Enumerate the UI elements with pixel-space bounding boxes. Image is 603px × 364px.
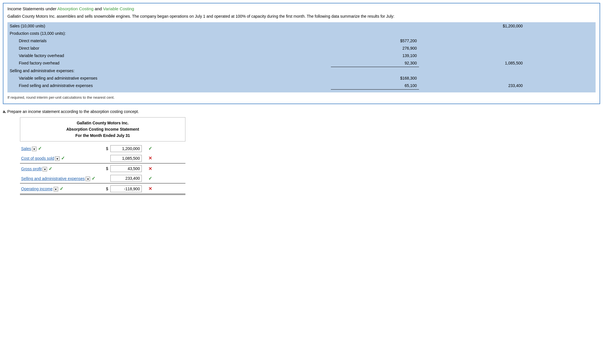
- direct-labor-amount: 276,900: [331, 45, 419, 52]
- table-row: Sales (10,000 units) $1,200,000: [7, 22, 596, 30]
- label-check-icon: ✓: [48, 166, 52, 171]
- section-title: Income Statements under Absorption Costi…: [7, 6, 596, 11]
- dropdown-arrow-icon[interactable]: ▼: [54, 187, 58, 191]
- spacer-row: [7, 89, 596, 92]
- title-and: and: [94, 6, 103, 11]
- dropdown-arrow-icon[interactable]: ▼: [32, 147, 37, 151]
- note-text: If required, round interim per-unit calc…: [7, 95, 596, 100]
- dollar-prefix: $: [103, 184, 109, 194]
- is-row: Gross profit▼✓$✕: [20, 164, 185, 173]
- dropdown-arrow-icon[interactable]: ▼: [43, 167, 47, 171]
- label-check-icon: ✓: [61, 156, 65, 161]
- row-label: Cost of goods sold▼✓: [20, 153, 103, 163]
- variable-selling-label: Variable selling and administrative expe…: [7, 74, 313, 82]
- check-cell: ✓: [146, 144, 156, 153]
- table-row: Fixed factory overhead 92,300 1,085,500: [7, 59, 596, 67]
- variable-factory-overhead-label: Variable factory overhead: [7, 52, 313, 59]
- check-green-icon: ✓: [148, 146, 152, 151]
- fixed-selling-amount1: 65,100: [331, 82, 419, 90]
- direct-materials-label: Direct materials: [7, 37, 313, 45]
- dollar-prefix: [103, 173, 109, 183]
- is-header: Gallatin County Motors Inc. Absorption C…: [20, 117, 185, 141]
- check-cell: ✓: [146, 173, 156, 183]
- check-red-icon: ✕: [148, 186, 152, 191]
- absorption-costing-link: Absorption Costing: [57, 6, 94, 11]
- dropdown-arrow-icon[interactable]: ▼: [55, 156, 60, 161]
- instruction-text: Prepare an income statement according to…: [7, 109, 139, 114]
- fixed-factory-overhead-label: Fixed factory overhead: [7, 59, 313, 67]
- value-cell[interactable]: [109, 153, 146, 163]
- double-line-row: [20, 194, 185, 195]
- fixed-factory-overhead-amount1: 92,300: [331, 59, 419, 67]
- table-row: Direct materials $577,200: [7, 37, 596, 45]
- row-label: Gross profit▼✓: [20, 164, 103, 173]
- value-input[interactable]: [110, 165, 142, 172]
- is-row: Sales▼✓$✓: [20, 144, 185, 153]
- description-text: Gallatin County Motors Inc. assembles an…: [7, 13, 596, 19]
- selling-admin-label: Selling and administrative expenses:: [7, 67, 313, 74]
- dollar-prefix: $: [103, 164, 109, 173]
- label-dropdown-trigger[interactable]: Operating income: [21, 187, 53, 191]
- part-a-section: a. Prepare an income statement according…: [3, 109, 600, 195]
- label-check-icon: ✓: [38, 146, 42, 151]
- dollar-prefix: [103, 153, 109, 163]
- direct-labor-label: Direct labor: [7, 45, 313, 52]
- table-row: Production costs (13,000 units):: [7, 30, 596, 37]
- value-cell[interactable]: [109, 173, 146, 183]
- given-data-section: Income Statements under Absorption Costi…: [3, 3, 600, 104]
- label-dropdown-trigger[interactable]: Gross profit: [21, 167, 42, 171]
- variable-costing-link: Variable Costing: [103, 6, 134, 11]
- row-label: Sales▼✓: [20, 144, 103, 153]
- table-row: Variable selling and administrative expe…: [7, 74, 596, 82]
- is-row: Selling and administrative expenses▼✓✓: [20, 173, 185, 183]
- value-cell[interactable]: [109, 164, 146, 173]
- check-cell: ✕: [146, 164, 156, 173]
- sales-amount: $1,200,000: [437, 22, 525, 30]
- label-dropdown-trigger[interactable]: Cost of goods sold: [21, 156, 54, 161]
- statement-title: Absorption Costing Income Statement: [23, 126, 183, 132]
- is-row: Operating income▼✓$✕: [20, 184, 185, 194]
- is-table: Sales▼✓$✓Cost of goods sold▼✓✕Gross prof…: [20, 144, 185, 195]
- value-input[interactable]: [110, 145, 142, 152]
- label-dropdown-trigger[interactable]: Selling and administrative expenses: [21, 176, 85, 181]
- fixed-factory-overhead-total: 1,085,500: [437, 59, 525, 67]
- value-input[interactable]: [110, 155, 142, 162]
- variable-factory-overhead-amount: 139,100: [331, 52, 419, 59]
- check-green-icon: ✓: [148, 176, 152, 181]
- table-row: Variable factory overhead 139,100: [7, 52, 596, 59]
- check-cell: ✕: [146, 184, 156, 194]
- given-data-table: Sales (10,000 units) $1,200,000 Producti…: [7, 22, 596, 92]
- value-cell[interactable]: [109, 184, 146, 194]
- variable-selling-amount: $168,300: [331, 74, 419, 82]
- statement-period: For the Month Ended July 31: [23, 132, 183, 139]
- label-check-icon: ✓: [60, 186, 63, 191]
- sales-label: Sales (10,000 units): [7, 22, 313, 30]
- table-row: Selling and administrative expenses:: [7, 67, 596, 74]
- company-name: Gallatin County Motors Inc.: [23, 120, 183, 126]
- row-label: Selling and administrative expenses▼✓: [20, 173, 103, 183]
- label-dropdown-trigger[interactable]: Sales: [21, 146, 31, 151]
- dropdown-arrow-icon[interactable]: ▼: [86, 177, 90, 181]
- table-row: Fixed selling and administrative expense…: [7, 82, 596, 90]
- check-red-icon: ✕: [148, 166, 152, 171]
- label-check-icon: ✓: [92, 176, 95, 181]
- production-label: Production costs (13,000 units):: [7, 30, 313, 37]
- direct-materials-amount: $577,200: [331, 37, 419, 45]
- part-a-instruction: a. Prepare an income statement according…: [3, 109, 600, 114]
- fixed-selling-label: Fixed selling and administrative expense…: [7, 82, 313, 90]
- check-red-icon: ✕: [148, 156, 152, 161]
- value-input[interactable]: [110, 175, 142, 182]
- row-label: Operating income▼✓: [20, 184, 103, 194]
- value-input[interactable]: [110, 185, 142, 192]
- check-cell: ✕: [146, 153, 156, 163]
- is-row: Cost of goods sold▼✓✕: [20, 153, 185, 163]
- fixed-selling-total: 233,400: [437, 82, 525, 90]
- dollar-prefix: $: [103, 144, 109, 153]
- table-row: Direct labor 276,900: [7, 45, 596, 52]
- value-cell[interactable]: [109, 144, 146, 153]
- income-statement-container: Gallatin County Motors Inc. Absorption C…: [20, 117, 185, 195]
- title-prefix: Income Statements under: [7, 6, 57, 11]
